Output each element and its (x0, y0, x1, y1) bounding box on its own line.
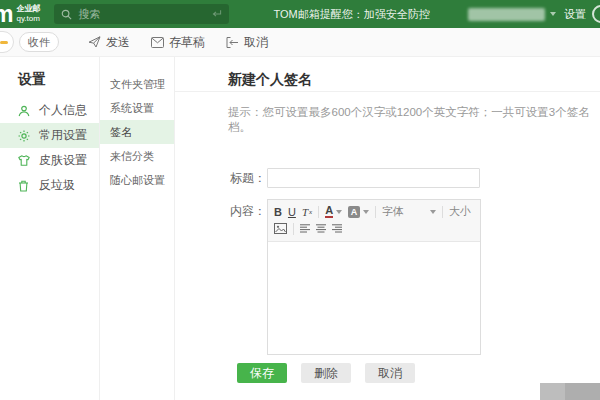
bold-button[interactable]: B (274, 205, 282, 219)
settings-page: 设置 个人信息 常用设置 皮肤设置 反垃圾 文件夹管 (0, 57, 600, 400)
chevron-down-icon (430, 210, 436, 214)
signature-title-row: 标题： (230, 168, 600, 188)
brand-text: 企业邮 qy.tom (16, 4, 40, 24)
settings-link[interactable]: 设置 (564, 7, 586, 22)
sidebar-title: 设置 (0, 57, 99, 98)
sidebar-item-label: 皮肤设置 (39, 152, 87, 169)
toolbar-separator (293, 223, 294, 235)
brand-mark: m (0, 0, 13, 28)
send-label: 发送 (106, 34, 130, 51)
remove-format-x: x (309, 205, 312, 219)
form-buttons: 保存 删除 取消 (237, 363, 600, 383)
sidebar-item-personal-info[interactable]: 个人信息 (0, 98, 99, 123)
mail-toolbar: 收件 发送 存草稿 取消 (0, 28, 600, 57)
align-left-button[interactable] (300, 224, 310, 233)
topbar: m 企业邮 qy.tom TOM邮箱提醒您：加强安全防控 设置 (0, 0, 600, 28)
cancel-arrow-icon (226, 37, 239, 48)
settings-submenu: 文件夹管理 系统设置 签名 来信分类 随心邮设置 (100, 57, 175, 400)
cancel-compose-button[interactable]: 取消 (226, 34, 268, 51)
pencil-icon (0, 41, 8, 44)
brand-line2: qy.tom (16, 14, 40, 24)
content-field-label: 内容： (230, 199, 267, 220)
send-icon (88, 36, 101, 48)
editor-toolbar-row1: B U Tx A A 字体 大小 (274, 203, 474, 220)
title-field-label: 标题： (230, 170, 267, 187)
sidebar-item-label: 常用设置 (39, 127, 87, 144)
font-size-label: 大小 (449, 204, 471, 219)
align-right-button[interactable] (332, 224, 342, 233)
account-caret-icon[interactable] (550, 12, 556, 16)
user-icon (18, 104, 31, 117)
security-notice: TOM邮箱提醒您：加强安全防控 (273, 7, 429, 22)
brand-line1: 企业邮 (16, 4, 40, 14)
draft-envelope-icon (151, 37, 164, 48)
save-draft-label: 存草稿 (169, 34, 205, 51)
save-draft-button[interactable]: 存草稿 (151, 34, 205, 51)
settings-sidebar: 设置 个人信息 常用设置 皮肤设置 反垃圾 (0, 57, 100, 400)
submenu-item-system-settings[interactable]: 系统设置 (100, 96, 174, 120)
bg-color-a: A (348, 206, 360, 218)
toolbar-separator (318, 206, 319, 218)
font-family-label: 字体 (382, 204, 404, 219)
underline-button[interactable]: U (288, 205, 296, 219)
corner-widget-fragment-dark[interactable] (565, 383, 600, 400)
compose-button-fragment[interactable] (0, 31, 14, 53)
font-size-dropdown[interactable]: 大小 (449, 204, 474, 219)
delete-button[interactable]: 删除 (301, 363, 351, 383)
signature-content-row: 内容： B U Tx A A 字体 大小 (230, 199, 600, 355)
remove-format-t: T (302, 205, 308, 219)
editor-toolbar-row2 (274, 220, 474, 237)
submenu-item-mail-classification[interactable]: 来信分类 (100, 144, 174, 168)
font-color-a: A (325, 205, 333, 218)
toolbar-separator (442, 206, 443, 218)
sidebar-item-label: 反垃圾 (39, 177, 75, 194)
tshirt-icon (18, 154, 31, 167)
corner-widget-fragment-light (540, 383, 565, 400)
enter-icon (211, 9, 222, 19)
editor-toolbar: B U Tx A A 字体 大小 (268, 200, 480, 242)
account-email-blurred[interactable] (468, 8, 545, 21)
brand-logo[interactable]: m 企业邮 qy.tom (0, 0, 40, 28)
cut-off-icon (592, 5, 600, 23)
sidebar-item-antispam[interactable]: 反垃圾 (0, 173, 99, 198)
submenu-item-signature[interactable]: 签名 (100, 120, 174, 144)
sidebar-item-skin-settings[interactable]: 皮肤设置 (0, 148, 99, 173)
signature-hint: 提示：您可设置最多600个汉字或1200个英文字符；一共可设置3个签名档。 (228, 105, 600, 135)
send-button[interactable]: 发送 (88, 34, 130, 51)
receive-mail-button[interactable]: 收件 (19, 32, 59, 52)
submenu-item-suixin-mail-settings[interactable]: 随心邮设置 (100, 168, 174, 192)
submenu-item-folder-management[interactable]: 文件夹管理 (100, 72, 174, 96)
account-area: 设置 (468, 5, 600, 23)
gear-icon (18, 129, 31, 142)
signature-content-area[interactable] (268, 242, 480, 354)
remove-format-button[interactable]: Tx (302, 205, 312, 219)
align-center-button[interactable] (316, 224, 326, 233)
insert-image-button[interactable] (274, 223, 287, 234)
search-box[interactable] (54, 4, 229, 24)
font-family-dropdown[interactable]: 字体 (382, 204, 436, 219)
signature-panel: 新建个人签名 提示：您可设置最多600个汉字或1200个英文字符；一共可设置3个… (175, 57, 600, 400)
bg-color-button[interactable]: A (348, 206, 369, 218)
rich-text-editor: B U Tx A A 字体 大小 (267, 199, 481, 355)
font-color-button[interactable]: A (325, 205, 342, 218)
chevron-down-icon (363, 210, 369, 214)
toolbar-separator (375, 206, 376, 218)
cancel-button[interactable]: 取消 (365, 363, 415, 383)
chevron-down-icon (336, 210, 342, 214)
signature-title-input[interactable] (267, 168, 480, 188)
sidebar-item-label: 个人信息 (39, 102, 87, 119)
search-icon (61, 9, 72, 20)
sidebar-item-common-settings[interactable]: 常用设置 (0, 123, 99, 148)
page-title: 新建个人签名 (175, 57, 600, 92)
cancel-compose-label: 取消 (244, 34, 268, 51)
trash-icon (18, 179, 31, 192)
search-input[interactable] (76, 7, 207, 21)
save-button[interactable]: 保存 (237, 363, 287, 383)
